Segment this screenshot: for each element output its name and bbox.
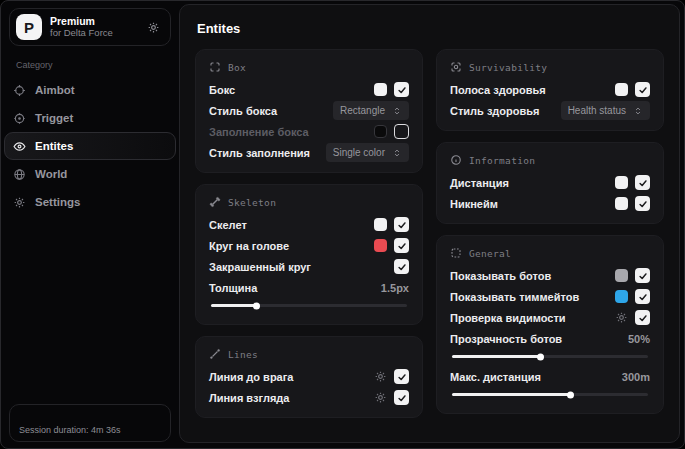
session-duration: Session duration: 4m 36s xyxy=(9,404,171,442)
color-swatch[interactable] xyxy=(374,218,387,231)
checkbox-checked[interactable] xyxy=(394,369,409,384)
card-header-label: Lines xyxy=(228,349,258,360)
color-swatch[interactable] xyxy=(615,290,628,303)
card-box: Box Бокс Стиль бокса Rectangle xyxy=(195,49,423,173)
sidebar-item-label: Settings xyxy=(35,196,80,208)
dropdown-box-style[interactable]: Rectangle xyxy=(333,101,409,120)
setting-row-line-to-enemy: Линия до врага xyxy=(209,366,409,387)
sidebar-item-aimbot[interactable]: Aimbot xyxy=(4,76,176,104)
card-lines-header: Lines xyxy=(209,348,409,360)
gear-icon[interactable] xyxy=(615,311,628,324)
card-header-label: Information xyxy=(469,155,535,166)
sidebar-item-entites[interactable]: Entites xyxy=(4,132,176,160)
max-distance-slider[interactable] xyxy=(452,393,648,396)
sidebar-nav: Aimbot Trigget Entites World Settings xyxy=(9,76,171,216)
card-survivability: Survivability Полоса здоровья Стиль здор… xyxy=(436,49,664,131)
category-label: Category xyxy=(16,60,171,70)
setting-row-thickness: Толщина 1.5px xyxy=(209,277,409,298)
checkbox-checked[interactable] xyxy=(394,217,409,232)
setting-row-filled-circle: Закрашенный круг xyxy=(209,256,409,277)
setting-row-head-circle: Круг на голове xyxy=(209,235,409,256)
target-icon xyxy=(13,112,26,125)
slider-value: 300m xyxy=(622,371,650,383)
card-general: General Показывать ботов Показывать тимм… xyxy=(436,235,664,414)
slider-value: 50% xyxy=(628,333,650,345)
session-duration-text: Session duration: 4m 36s xyxy=(19,425,121,435)
app-title: Premium xyxy=(50,15,139,27)
gear-icon[interactable] xyxy=(374,370,387,383)
checkbox-checked[interactable] xyxy=(635,268,650,283)
sidebar-item-world[interactable]: World xyxy=(4,160,176,188)
dropdown-value: Rectangle xyxy=(340,105,385,116)
checkbox-unchecked[interactable] xyxy=(394,124,409,139)
gear-icon[interactable] xyxy=(147,21,160,34)
crosshair-icon xyxy=(13,84,26,97)
gear-icon xyxy=(13,196,26,209)
checkbox-checked[interactable] xyxy=(394,390,409,405)
setting-row-box: Бокс xyxy=(209,79,409,100)
checkbox-checked[interactable] xyxy=(394,259,409,274)
setting-row-box-style: Стиль бокса Rectangle xyxy=(209,100,409,121)
checkbox-checked[interactable] xyxy=(635,82,650,97)
setting-row-health-bar: Полоса здоровья xyxy=(450,79,650,100)
setting-row-visibility-check: Проверка видимости xyxy=(450,307,650,328)
sidebar-item-settings[interactable]: Settings xyxy=(4,188,176,216)
color-swatch[interactable] xyxy=(374,125,387,138)
checkbox-checked[interactable] xyxy=(635,175,650,190)
card-skeleton-header: Skeleton xyxy=(209,196,409,208)
card-general-header: General xyxy=(450,247,650,259)
card-header-label: Survivability xyxy=(469,62,547,73)
checkbox-checked[interactable] xyxy=(635,196,650,211)
gear-icon[interactable] xyxy=(374,391,387,404)
slider-thumb[interactable] xyxy=(567,391,574,398)
card-lines: Lines Линия до врага Линия взгляда xyxy=(195,336,423,418)
right-column: Survivability Полоса здоровья Стиль здор… xyxy=(436,49,664,418)
left-column: Box Бокс Стиль бокса Rectangle xyxy=(195,49,423,418)
card-information: Information Дистанция Никнейм xyxy=(436,142,664,224)
dashed-box-icon xyxy=(450,247,462,259)
card-header-label: Box xyxy=(228,62,246,73)
setting-row-nickname: Никнейм xyxy=(450,193,650,214)
checkbox-checked[interactable] xyxy=(394,82,409,97)
sidebar-item-label: Entites xyxy=(35,140,73,152)
card-header-label: Skeleton xyxy=(228,197,276,208)
thickness-slider[interactable] xyxy=(211,304,407,307)
slider-thumb[interactable] xyxy=(253,302,260,309)
main-panel: Entites Box Бокс xyxy=(179,4,680,443)
color-swatch[interactable] xyxy=(374,239,387,252)
color-swatch[interactable] xyxy=(615,197,628,210)
dropdown-health-style[interactable]: Health status xyxy=(561,101,650,120)
chevrons-up-down-icon xyxy=(392,148,402,158)
premium-menu-window: P Premium for Delta Force Category Aimbo… xyxy=(0,0,685,449)
card-information-header: Information xyxy=(450,154,650,166)
checkbox-checked[interactable] xyxy=(635,289,650,304)
setting-row-health-style: Стиль здоровья Health status xyxy=(450,100,650,121)
card-box-header: Box xyxy=(209,61,409,73)
page-title: Entites xyxy=(197,21,664,36)
card-skeleton: Skeleton Скелет Круг на голове xyxy=(195,184,423,325)
checkbox-checked[interactable] xyxy=(635,310,650,325)
logo-card: P Premium for Delta Force xyxy=(9,8,171,46)
dropdown-fill-style[interactable]: Single color xyxy=(326,143,409,162)
color-swatch[interactable] xyxy=(615,176,628,189)
app-logo: P xyxy=(16,14,42,40)
sidebar-item-trigget[interactable]: Trigget xyxy=(4,104,176,132)
scan-eye-icon xyxy=(450,61,462,73)
color-swatch[interactable] xyxy=(615,83,628,96)
info-icon xyxy=(450,154,462,166)
card-survivability-header: Survivability xyxy=(450,61,650,73)
sidebar-item-label: Aimbot xyxy=(35,84,75,96)
setting-row-box-fill: Заполнение бокса xyxy=(209,121,409,142)
slider-thumb[interactable] xyxy=(537,353,544,360)
globe-icon xyxy=(13,168,26,181)
bot-transparency-slider[interactable] xyxy=(452,355,648,358)
box-corners-icon xyxy=(209,61,221,73)
color-swatch[interactable] xyxy=(374,83,387,96)
slider-value: 1.5px xyxy=(381,282,409,294)
setting-row-distance: Дистанция xyxy=(450,172,650,193)
chevrons-up-down-icon xyxy=(392,106,402,116)
setting-row-fill-style: Стиль заполнения Single color xyxy=(209,142,409,163)
logo-text: Premium for Delta Force xyxy=(50,15,139,39)
color-swatch[interactable] xyxy=(615,269,628,282)
checkbox-checked[interactable] xyxy=(394,238,409,253)
